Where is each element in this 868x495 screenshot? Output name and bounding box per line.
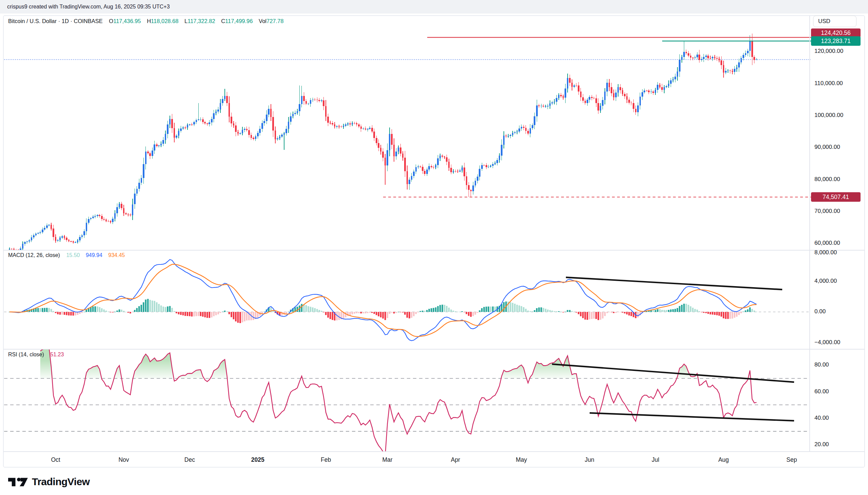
rsi-title: RSI (14, close): [8, 352, 44, 357]
symbol-title: Bitcoin / U.S. Dollar · 1D · COINBASE: [8, 18, 103, 24]
chart-canvas[interactable]: 120,000.00110,000.00100,000.0090,000.008…: [0, 0, 868, 495]
macd-signal-value: 934.45: [108, 252, 125, 258]
close-value: 117,499.96: [225, 18, 253, 24]
svg-text:110,000.00: 110,000.00: [814, 80, 843, 86]
svg-text:20.00: 20.00: [814, 441, 829, 447]
tradingview-footer[interactable]: TradingView: [8, 474, 90, 490]
close-label: C: [221, 18, 225, 24]
svg-text:70,000.00: 70,000.00: [814, 208, 840, 214]
svg-text:Aug: Aug: [718, 456, 729, 463]
badge-resistance-high: 124,420.56: [811, 29, 861, 37]
svg-text:−4,000.00: −4,000.00: [814, 339, 840, 345]
svg-text:May: May: [516, 456, 527, 463]
svg-text:60.00: 60.00: [814, 388, 829, 395]
svg-text:80,000.00: 80,000.00: [814, 176, 840, 183]
svg-text:60,000.00: 60,000.00: [814, 240, 840, 246]
macd-hist-value: 15.50: [66, 252, 80, 258]
badge-support-low: 74,507.41: [811, 192, 861, 202]
svg-text:74,507.41: 74,507.41: [822, 193, 849, 200]
svg-text:120,000.00: 120,000.00: [814, 48, 843, 54]
tradingview-logo-icon: [8, 474, 28, 489]
currency-unit-button[interactable]: USD: [813, 16, 856, 27]
svg-text:Dec: Dec: [185, 456, 195, 463]
svg-text:Apr: Apr: [451, 456, 460, 463]
badge-resistance-july: 123,283.71: [811, 36, 861, 46]
symbol-legend: Bitcoin / U.S. Dollar · 1D · COINBASE O1…: [8, 18, 288, 24]
open-value: 117,436.95: [113, 18, 141, 24]
svg-text:Feb: Feb: [321, 456, 331, 463]
macd-title: MACD (12, 26, close): [8, 252, 60, 258]
rsi-legend: RSI (14, close) 51.23: [8, 352, 68, 358]
svg-text:Mar: Mar: [382, 456, 393, 463]
svg-text:40.00: 40.00: [814, 415, 829, 421]
svg-text:2025: 2025: [251, 456, 265, 463]
svg-text:123,283.71: 123,283.71: [821, 38, 851, 45]
svg-text:100,000.00: 100,000.00: [814, 112, 843, 118]
low-label: L: [185, 18, 187, 24]
open-label: O: [109, 18, 113, 24]
tradingview-brand-text: TradingView: [32, 476, 90, 488]
macd-legend: MACD (12, 26, close) 15.50 949.94 934.45: [8, 252, 129, 258]
svg-text:Jul: Jul: [652, 456, 659, 463]
macd-line-value: 949.94: [86, 252, 102, 258]
volume-value: 727.78: [267, 18, 284, 24]
svg-text:Nov: Nov: [118, 456, 129, 463]
svg-text:124,420.56: 124,420.56: [821, 30, 851, 36]
svg-text:90,000.00: 90,000.00: [814, 144, 840, 150]
svg-text:Sep: Sep: [786, 456, 797, 463]
svg-text:Jun: Jun: [585, 456, 594, 463]
svg-text:8,000.00: 8,000.00: [814, 249, 837, 256]
high-label: H: [147, 18, 151, 24]
svg-text:Oct: Oct: [51, 456, 60, 463]
svg-text:0.00: 0.00: [814, 308, 826, 314]
volume-label: Vol: [259, 18, 267, 24]
svg-text:4,000.00: 4,000.00: [814, 278, 837, 284]
low-value: 117,322.82: [187, 18, 215, 24]
high-value: 118,028.68: [151, 18, 178, 24]
chart-card: [3, 16, 865, 467]
rsi-value: 51.23: [50, 352, 64, 357]
svg-text:80.00: 80.00: [814, 361, 829, 368]
